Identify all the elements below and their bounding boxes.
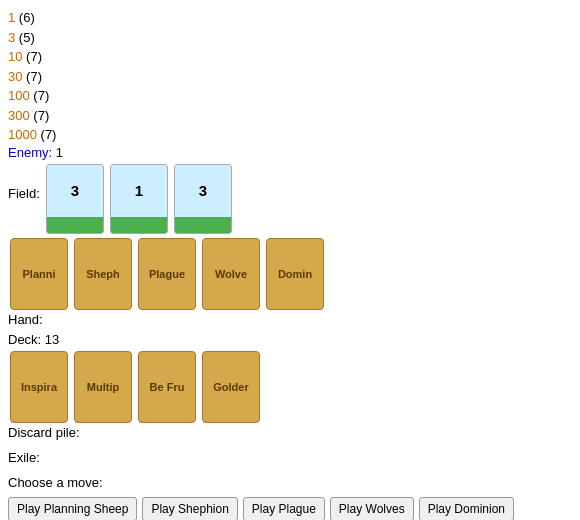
field-card-number: 3 (175, 165, 231, 217)
field-card: 3 (174, 164, 232, 234)
discard-label: Discard pile: (8, 423, 572, 444)
hand-card: Plague (138, 238, 196, 310)
field-card-number: 3 (47, 165, 103, 217)
enemy-count: 1 (56, 145, 63, 160)
exile-label: Exile: (8, 448, 572, 469)
score-line: 100 (7) (8, 86, 572, 106)
field-card: 3 (46, 164, 104, 234)
field-card-grass (175, 217, 231, 233)
score-line: 30 (7) (8, 67, 572, 87)
discard-cards-row: InspiraMultipBe FruGolder (10, 351, 572, 423)
discard-section: InspiraMultipBe FruGolder Discard pile: (8, 351, 572, 444)
scores-section: 1 (6)3 (5)10 (7)30 (7)100 (7)300 (7)1000… (8, 8, 572, 145)
score-line: 300 (7) (8, 106, 572, 126)
field-card-number: 1 (111, 165, 167, 217)
score-line: 10 (7) (8, 47, 572, 67)
deck-count: 13 (45, 332, 59, 347)
hand-card: Sheph (74, 238, 132, 310)
buttons-row: Play Planning SheepPlay ShephionPlay Pla… (8, 497, 572, 520)
discard-card: Golder (202, 351, 260, 423)
field-card: 1 (110, 164, 168, 234)
hand-label-line: Hand: (8, 310, 572, 331)
discard-card: Be Fru (138, 351, 196, 423)
hand-section: PlanniShephPlagueWolveDomin Hand: Deck: … (8, 238, 572, 352)
field-card-grass (47, 217, 103, 233)
hand-card: Domin (266, 238, 324, 310)
discard-card: Multip (74, 351, 132, 423)
choose-label: Choose a move: (8, 473, 572, 494)
enemy-label: Enemy: (8, 145, 52, 160)
deck-label: Deck: (8, 332, 41, 347)
play-wolves-button[interactable]: Play Wolves (330, 497, 414, 520)
field-card-grass (111, 217, 167, 233)
score-line: 3 (5) (8, 28, 572, 48)
score-line: 1000 (7) (8, 125, 572, 145)
enemy-section: Enemy: 1 (8, 145, 572, 160)
play-plague-button[interactable]: Play Plague (243, 497, 325, 520)
hand-cards-row: PlanniShephPlagueWolveDomin (10, 238, 572, 310)
field-section: Field: 3 1 3 (8, 164, 572, 234)
play-dominion-button[interactable]: Play Dominion (419, 497, 514, 520)
score-line: 1 (6) (8, 8, 572, 28)
hand-card: Wolve (202, 238, 260, 310)
hand-card: Planni (10, 238, 68, 310)
deck-label-line: Deck: 13 (8, 330, 572, 351)
field-cards: 3 1 3 (46, 164, 232, 234)
play-shephion-button[interactable]: Play Shephion (142, 497, 237, 520)
play-planning-sheep-button[interactable]: Play Planning Sheep (8, 497, 137, 520)
discard-card: Inspira (10, 351, 68, 423)
hand-label: Hand: (8, 312, 43, 327)
field-label: Field: (8, 164, 40, 201)
